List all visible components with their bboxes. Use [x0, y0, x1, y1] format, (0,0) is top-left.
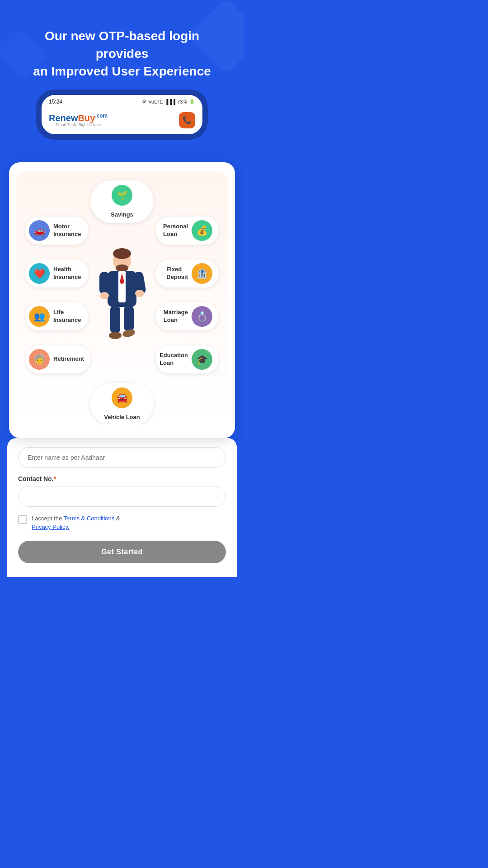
battery-icon: 🔋	[189, 99, 195, 104]
savings-icon: 🌱	[112, 185, 132, 206]
savings-label: Savings	[111, 211, 133, 219]
service-savings[interactable]: 🌱 Savings	[90, 180, 154, 223]
svg-rect-10	[110, 306, 120, 333]
battery-text: 73%	[177, 99, 187, 104]
vehicle-icon: 🚘	[112, 387, 132, 408]
marriage-label: MarriageLoan	[164, 309, 188, 324]
phone-mockup-wrapper: 15:24 ⚙ VoLTE ▐▐▐ 73% 🔋 RenewBuy.com	[18, 80, 226, 149]
education-icon: 🎓	[192, 349, 212, 370]
phone-inner: 15:24 ⚙ VoLTE ▐▐▐ 73% 🔋 RenewBuy.com	[42, 95, 202, 134]
personal-label: PersonalLoan	[163, 223, 188, 238]
terms-link[interactable]: Terms & Conditions	[64, 515, 115, 522]
life-icon: 👥	[29, 306, 50, 327]
svg-rect-11	[124, 306, 134, 331]
health-label: HealthInsurance	[53, 266, 81, 281]
service-personal[interactable]: 💰 PersonalLoan	[155, 217, 219, 245]
motor-label: MotorInsurance	[53, 223, 81, 238]
fixed-label: FixedDeposit	[166, 266, 188, 281]
character-figure	[95, 248, 149, 348]
motor-icon: 🚗	[29, 220, 50, 241]
marriage-icon: 💍	[192, 306, 212, 327]
phone-mockup: 15:24 ⚙ VoLTE ▐▐▐ 73% 🔋 RenewBuy.com	[36, 90, 208, 140]
svg-point-1	[113, 248, 131, 259]
svg-point-2	[116, 264, 128, 272]
main-card: 🌱 Savings 🚗 MotorInsurance 💰 PersonalLoa…	[9, 162, 235, 438]
svg-point-13	[122, 328, 136, 338]
status-bar: 15:24 ⚙ VoLTE ▐▐▐ 73% 🔋	[42, 95, 202, 108]
contact-label: Contact No.*	[18, 475, 226, 482]
logo: RenewBuy.com	[49, 113, 108, 123]
fixed-icon: 🏦	[192, 263, 212, 284]
service-retirement[interactable]: 🧓 Retirement	[25, 345, 90, 373]
contact-input[interactable]	[18, 486, 226, 507]
service-marriage[interactable]: 💍 MarriageLoan	[155, 302, 219, 330]
app-header: RenewBuy.com Smart Tech, Right Advice 📞	[42, 108, 202, 134]
required-marker: *	[54, 475, 56, 482]
vehicle-label: Vehicle Loan	[104, 414, 140, 421]
service-motor[interactable]: 🚗 MotorInsurance	[25, 217, 89, 245]
tagline: Smart Tech, Right Advice	[49, 123, 108, 127]
svg-point-9	[135, 290, 144, 297]
terms-text: I accept the Terms & Conditions & Privac…	[32, 514, 120, 532]
service-vehicle[interactable]: 🚘 Vehicle Loan	[90, 383, 154, 425]
status-icons: ⚙ VoLTE ▐▐▐ 73% 🔋	[142, 99, 195, 104]
wifi-icon: ▐▐▐	[165, 99, 175, 104]
svg-point-12	[109, 332, 122, 339]
personal-icon: 💰	[192, 220, 212, 241]
terms-checkbox[interactable]	[18, 515, 27, 524]
privacy-link[interactable]: Privacy Policy.	[32, 524, 70, 530]
retirement-label: Retirement	[53, 355, 84, 363]
service-education[interactable]: 🎓 EducationLoan	[155, 345, 219, 373]
signal-text: VoLTE	[148, 99, 163, 104]
header-section: Our new OTP-based login provides an Impr…	[0, 0, 244, 167]
form-wrapper: Contact No.* I accept the Terms & Condit…	[7, 438, 237, 577]
service-life[interactable]: 👥 LifeInsurance	[25, 302, 89, 330]
bottom-section: Contact No.* I accept the Terms & Condit…	[0, 438, 244, 577]
get-started-button[interactable]: Get Started	[18, 541, 226, 563]
call-button[interactable]: 📞	[179, 112, 195, 128]
service-fixed[interactable]: 🏦 FixedDeposit	[155, 259, 219, 288]
terms-row: I accept the Terms & Conditions & Privac…	[18, 514, 226, 532]
education-label: EducationLoan	[160, 352, 188, 367]
life-label: LifeInsurance	[53, 309, 81, 324]
service-health[interactable]: ❤️ HealthInsurance	[25, 259, 89, 288]
time-display: 15:24	[49, 99, 62, 105]
svg-point-8	[100, 292, 109, 299]
name-input[interactable]	[18, 447, 226, 468]
bluetooth-icon: ⚙	[142, 99, 146, 104]
retirement-icon: 🧓	[29, 349, 50, 370]
svg-rect-6	[99, 272, 109, 294]
logo-area: RenewBuy.com Smart Tech, Right Advice	[49, 113, 108, 127]
health-icon: ❤️	[29, 263, 50, 284]
services-container: 🌱 Savings 🚗 MotorInsurance 💰 PersonalLoa…	[16, 171, 228, 425]
